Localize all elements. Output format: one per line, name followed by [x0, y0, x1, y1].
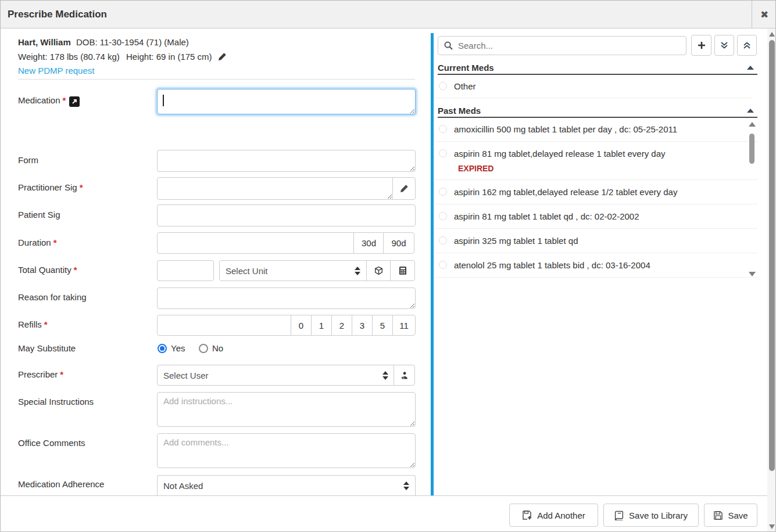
- practitioner-sig-input[interactable]: [157, 177, 393, 200]
- dialog-header: Prescribe Medication ✖: [1, 1, 776, 28]
- scroll-up-icon[interactable]: [769, 32, 775, 37]
- save-icon: [713, 511, 723, 520]
- med-item-label: aspirin 81 mg tablet,delayed release 1 t…: [454, 148, 666, 159]
- duration-input[interactable]: [157, 232, 354, 254]
- refills-input[interactable]: [157, 315, 291, 336]
- prescriber-select[interactable]: Select User: [157, 365, 395, 386]
- meds-list-scrollbar[interactable]: [748, 121, 756, 279]
- med-radio[interactable]: [439, 212, 447, 220]
- prescriber-label: Prescriber*: [18, 369, 63, 379]
- medication-adherence-select[interactable]: Not Asked: [157, 475, 416, 495]
- external-link-icon[interactable]: [69, 96, 80, 107]
- sort-arrows-icon: [382, 371, 388, 380]
- prescriber-select-value: Select User: [163, 371, 209, 380]
- substitute-no-radio[interactable]: [199, 344, 208, 353]
- substitute-no-label[interactable]: No: [212, 343, 223, 353]
- add-another-label: Add Another: [537, 511, 585, 520]
- med-radio[interactable]: [439, 236, 447, 245]
- past-med-item[interactable]: aspirin 325 mg tablet 1 tablet qd: [434, 229, 757, 253]
- unit-select[interactable]: Select Unit: [219, 260, 367, 281]
- collapse-section-icon[interactable]: [747, 109, 754, 113]
- total-quantity-input[interactable]: [157, 260, 214, 281]
- edit-vitals-pencil-icon[interactable]: [218, 52, 227, 61]
- med-item-label: aspirin 325 mg tablet 1 tablet qd: [454, 235, 578, 246]
- save-to-library-button[interactable]: Save to Library: [603, 504, 699, 527]
- current-med-item-other[interactable]: Other: [434, 74, 753, 98]
- calculator-icon: [398, 266, 407, 275]
- unit-cube-button[interactable]: [366, 260, 391, 281]
- med-radio[interactable]: [439, 188, 447, 196]
- past-meds-title: Past Meds: [438, 106, 481, 116]
- save-label: Save: [728, 511, 748, 520]
- past-meds-list: amoxicillin 500 mg tablet 1 tablet per d…: [434, 117, 757, 281]
- med-radio[interactable]: [439, 261, 447, 269]
- patient-vitals: Weight: 178 lbs (80.74 kg) Height: 69 in…: [18, 52, 227, 62]
- past-med-item[interactable]: aspirin 81 mg tablet,delayed release 1 t…: [434, 142, 757, 180]
- dose-calculator-button[interactable]: [390, 260, 415, 281]
- new-pdmp-request-link[interactable]: New PDMP request: [18, 66, 94, 76]
- office-comments-input[interactable]: [157, 433, 416, 468]
- total-quantity-label: Total Quantity*: [18, 265, 77, 275]
- past-med-item[interactable]: atenolol 25 mg tablet 1 tablets bid , dc…: [434, 253, 757, 278]
- edit-sig-button[interactable]: [392, 177, 416, 200]
- form-label: Form: [18, 155, 38, 165]
- patient-height: Height: 69 in (175 cm): [126, 52, 212, 62]
- past-med-item[interactable]: amoxicillin 500 mg tablet 1 tablet per d…: [434, 117, 757, 142]
- med-radio[interactable]: [439, 125, 447, 133]
- refills-0-button[interactable]: 0: [291, 315, 312, 336]
- scroll-down-icon[interactable]: [769, 524, 775, 529]
- text-caret: [163, 95, 164, 106]
- refills-3-button[interactable]: 3: [352, 315, 373, 336]
- save-plus-icon: [522, 510, 532, 520]
- current-meds-header: Current Meds: [438, 61, 757, 74]
- substitute-yes-label[interactable]: Yes: [171, 343, 185, 353]
- past-med-item[interactable]: bacampicillin tablet 850 mg 1 tablet tid: [434, 278, 757, 281]
- patient-sig-label: Patient Sig: [18, 210, 60, 220]
- refills-label: Refills*: [18, 319, 48, 329]
- medication-label: Medication*: [18, 95, 80, 107]
- expired-badge: EXPIRED: [458, 164, 742, 173]
- med-item-label: aspirin 162 mg tablet,delayed release 1/…: [454, 186, 677, 197]
- reason-label: Reason for taking: [18, 292, 87, 302]
- reason-input[interactable]: [157, 287, 416, 309]
- medication-input[interactable]: [157, 89, 416, 114]
- past-med-item[interactable]: aspirin 162 mg tablet,delayed release 1/…: [434, 180, 757, 204]
- patient-weight: Weight: 178 lbs (80.74 kg): [18, 52, 120, 62]
- duration-30d-button[interactable]: 30d: [353, 232, 384, 254]
- expand-all-button[interactable]: [714, 35, 734, 56]
- dialog-scrollbar[interactable]: [767, 28, 776, 532]
- scrollbar-thumb[interactable]: [749, 134, 754, 164]
- prescribe-medication-dialog: Prescribe Medication ✖ Hart, William DOB…: [0, 0, 776, 532]
- patient-name: Hart, William: [18, 37, 71, 47]
- scrollbar-thumb[interactable]: [769, 40, 775, 471]
- scroll-down-icon[interactable]: [749, 272, 756, 276]
- refills-5-button[interactable]: 5: [372, 315, 393, 336]
- search-icon: [444, 41, 453, 51]
- select-provider-button[interactable]: [394, 365, 415, 386]
- medication-adherence-label: Medication Adherence: [18, 479, 104, 489]
- collapse-all-button[interactable]: [737, 35, 757, 56]
- scroll-up-icon[interactable]: [749, 122, 756, 127]
- add-medication-button[interactable]: [691, 35, 711, 56]
- med-item-label: atenolol 25 mg tablet 1 tablets bid , dc…: [454, 260, 650, 271]
- refills-2-button[interactable]: 2: [331, 315, 352, 336]
- save-button[interactable]: Save: [704, 504, 757, 527]
- patient-summary: Hart, William DOB: 11-30-1954 (71) (Male…: [18, 37, 189, 47]
- med-radio[interactable]: [439, 149, 447, 157]
- add-another-button[interactable]: Add Another: [509, 504, 598, 527]
- form-input[interactable]: [157, 150, 416, 172]
- pencil-icon: [400, 184, 409, 193]
- special-instructions-input[interactable]: [157, 392, 416, 427]
- collapse-section-icon[interactable]: [747, 66, 754, 70]
- duration-90d-button[interactable]: 90d: [383, 232, 414, 254]
- office-comments-label: Office Comments: [18, 438, 85, 448]
- patient-sig-input[interactable]: [157, 204, 416, 227]
- past-med-item[interactable]: aspirin 81 mg tablet 1 tablet qd , dc: 0…: [434, 204, 757, 229]
- unit-select-value: Select Unit: [226, 266, 268, 276]
- refills-11-button[interactable]: 11: [392, 315, 416, 336]
- med-radio[interactable]: [439, 82, 447, 90]
- meds-search-input[interactable]: [438, 36, 686, 55]
- close-icon[interactable]: ✖: [752, 1, 776, 28]
- refills-1-button[interactable]: 1: [311, 315, 332, 336]
- substitute-yes-radio[interactable]: [158, 344, 167, 353]
